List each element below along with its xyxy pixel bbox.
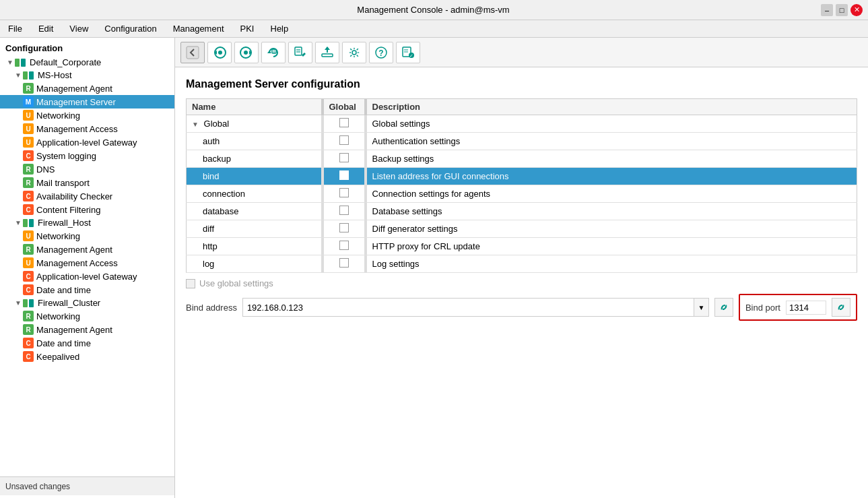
refresh-button[interactable]: [261, 42, 286, 63]
table-row[interactable]: backup Backup settings: [187, 150, 857, 168]
table-row[interactable]: log Log settings: [187, 255, 857, 273]
sidebar-item-fw-date-time[interactable]: C Date and time: [0, 283, 174, 297]
table-row[interactable]: diff Diff generator settings: [187, 220, 857, 238]
sidebar-item-mail-transport[interactable]: R Mail transport: [0, 176, 174, 189]
sidebar-item-label: Firewall_Host: [38, 218, 91, 228]
sidebar-item-dns[interactable]: R DNS: [0, 162, 174, 176]
cell-global[interactable]: [324, 238, 364, 255]
badge-r: R: [23, 83, 34, 94]
menu-management[interactable]: Management: [170, 23, 227, 34]
global-checkbox[interactable]: [339, 258, 349, 268]
global-checkbox[interactable]: [339, 135, 349, 145]
sidebar-item-fc-management-agent[interactable]: R Management Agent: [0, 323, 174, 336]
bind-port-input[interactable]: [786, 301, 826, 315]
expand-arrow[interactable]: [13, 71, 23, 79]
table-row[interactable]: http HTTP proxy for CRL update: [187, 238, 857, 255]
sidebar-item-label: Firewall_Cluster: [38, 298, 100, 308]
global-checkbox[interactable]: [339, 188, 349, 197]
global-checkbox[interactable]: [339, 170, 349, 180]
settings-button[interactable]: [342, 42, 366, 63]
svg-point-16: [352, 51, 356, 55]
menu-configuration[interactable]: Configuration: [102, 23, 159, 34]
cell-global[interactable]: [324, 115, 364, 133]
status-message: Unsaved changes: [5, 482, 70, 491]
row-label: Global: [204, 119, 230, 129]
menu-edit[interactable]: Edit: [36, 23, 56, 34]
close-button[interactable]: ✕: [850, 4, 863, 16]
cell-global[interactable]: [324, 185, 364, 203]
sidebar-item-ms-host[interactable]: MS-Host: [0, 69, 174, 82]
sidebar-item-content-filtering[interactable]: C Content Filtering: [0, 203, 174, 216]
use-global-checkbox[interactable]: [186, 279, 195, 288]
sidebar-item-default-corporate[interactable]: Default_Corporate: [0, 56, 174, 69]
nav-right-button[interactable]: [234, 42, 259, 63]
global-checkbox[interactable]: [339, 118, 349, 127]
sidebar-item-fw-networking[interactable]: U Networking: [0, 229, 174, 243]
menu-file[interactable]: File: [5, 23, 25, 34]
bind-port-link-button[interactable]: [832, 298, 850, 317]
sidebar-item-availability-checker[interactable]: C Availability Checker: [0, 189, 174, 203]
expand-arrow[interactable]: [13, 299, 23, 307]
sidebar-item-firewall-cluster[interactable]: Firewall_Cluster: [0, 297, 174, 309]
badge-c: C: [23, 338, 34, 348]
sidebar-item-application-gateway[interactable]: U Application-level Gateway: [0, 135, 174, 149]
sidebar-item-label: Management Access: [36, 124, 118, 134]
sidebar-item-fc-keepalived[interactable]: C Keepalived: [0, 350, 174, 363]
menu-view[interactable]: View: [67, 23, 91, 34]
expand-arrow[interactable]: [13, 219, 23, 226]
cell-name: database: [187, 203, 321, 220]
svg-text:?: ?: [378, 49, 383, 58]
table-row[interactable]: connection Connection settings for agent…: [187, 185, 857, 203]
expand-arrow[interactable]: [5, 59, 15, 66]
window-title: Management Console - admin@ms-vm: [46, 5, 821, 15]
minimize-button[interactable]: –: [821, 4, 833, 16]
sidebar-item-firewall-host[interactable]: Firewall_Host: [0, 216, 174, 229]
svg-marker-15: [325, 46, 330, 50]
sidebar-item-fw-app-gateway[interactable]: C Application-level Gateway: [0, 270, 174, 283]
table-row-selected[interactable]: bind Listen address for GUI connections: [187, 168, 857, 185]
sidebar-item-fc-networking[interactable]: R Networking: [0, 309, 174, 323]
maximize-button[interactable]: □: [836, 4, 848, 16]
svg-point-5: [244, 51, 248, 55]
sidebar-item-label: Mail transport: [36, 178, 90, 188]
bind-address-input[interactable]: [243, 300, 694, 315]
help-button[interactable]: ?: [369, 42, 393, 63]
bind-address-dropdown-button[interactable]: ▼: [694, 299, 708, 316]
cell-name: auth: [187, 133, 321, 150]
sidebar-item-management-server[interactable]: M Management Server: [0, 95, 174, 108]
upload-button[interactable]: [315, 42, 339, 63]
menu-pki[interactable]: PKI: [238, 23, 257, 34]
sidebar-item-fw-management-agent[interactable]: R Management Agent: [0, 243, 174, 256]
sidebar-item-management-access[interactable]: U Management Access: [0, 122, 174, 135]
cell-global[interactable]: [324, 133, 364, 150]
table-row[interactable]: ▼ Global Global settings: [187, 115, 857, 133]
edit-button[interactable]: [288, 42, 312, 63]
back-button[interactable]: [180, 42, 205, 63]
cell-global[interactable]: [324, 203, 364, 220]
global-checkbox[interactable]: [339, 206, 349, 215]
table-row[interactable]: database Database settings: [187, 203, 857, 220]
badge-r: R: [23, 244, 34, 255]
bind-address-link-button[interactable]: [714, 298, 733, 317]
badge-u: U: [23, 257, 34, 268]
global-checkbox[interactable]: [339, 153, 349, 162]
table-row[interactable]: auth Authentication settings: [187, 133, 857, 150]
sidebar-item-fc-date-time[interactable]: C Date and time: [0, 336, 174, 350]
cell-global[interactable]: [324, 220, 364, 238]
global-checkbox[interactable]: [339, 241, 349, 250]
sidebar-item-label: MS-Host: [38, 70, 72, 80]
menu-help[interactable]: Help: [268, 23, 292, 34]
sidebar-item-networking[interactable]: U Networking: [0, 108, 174, 122]
unsaved-changes-status: Unsaved changes: [0, 476, 174, 495]
sidebar-item-fw-management-access[interactable]: U Management Access: [0, 256, 174, 270]
sidebar-item-system-logging[interactable]: C System logging: [0, 149, 174, 162]
nav-left-button[interactable]: [207, 42, 232, 63]
cell-global[interactable]: [324, 255, 364, 273]
cell-global[interactable]: [324, 150, 364, 168]
sidebar-item-management-agent[interactable]: R Management Agent: [0, 82, 174, 95]
expand-icon[interactable]: ▼: [192, 121, 199, 128]
global-checkbox[interactable]: [339, 223, 349, 232]
window-controls: – □ ✕: [821, 4, 863, 16]
log-button[interactable]: ✓: [396, 42, 420, 63]
cell-global[interactable]: [324, 168, 364, 185]
